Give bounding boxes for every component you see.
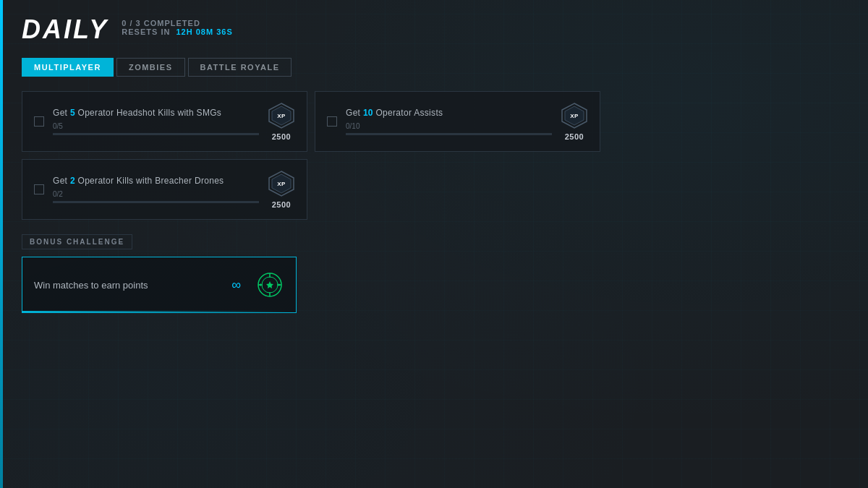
svg-marker-13 xyxy=(259,283,261,286)
svg-marker-12 xyxy=(266,281,273,288)
header: DAILY 0 / 3 COMPLETED RESETS IN 12h 08m … xyxy=(22,14,846,45)
challenge-checkbox-2[interactable] xyxy=(327,116,337,127)
challenge-card-3: Get 2 Operator Kills with Breacher Drone… xyxy=(22,159,307,220)
svg-marker-14 xyxy=(278,283,281,286)
tab-multiplayer[interactable]: MULTIPLAYER xyxy=(22,58,114,77)
challenge-title-1: Get 5 Operator Headshot Kills with SMGs xyxy=(53,108,259,118)
xp-badge-label-1: XP xyxy=(277,113,286,119)
challenge-progress-text-2: 0/10 xyxy=(346,122,552,130)
challenge-content-2: Get 10 Operator Assists 0/10 xyxy=(346,108,552,135)
challenge-content-3: Get 2 Operator Kills with Breacher Drone… xyxy=(53,176,259,203)
tab-battle-royale[interactable]: BATTLE ROYALE xyxy=(188,58,292,77)
page-container: DAILY 0 / 3 COMPLETED RESETS IN 12h 08m … xyxy=(0,0,868,488)
reward-amount-3: 2500 xyxy=(272,200,291,209)
challenge-reward-3: XP 2500 xyxy=(268,170,295,209)
bonus-section: BONUS CHALLENGE Win matches to earn poin… xyxy=(22,234,846,313)
xp-badge-1: XP xyxy=(268,102,295,129)
challenge-reward-2: XP 2500 xyxy=(561,102,588,141)
challenge-card-1: Get 5 Operator Headshot Kills with SMGs … xyxy=(22,91,307,152)
resets-label: RESETS IN xyxy=(122,27,170,36)
infinity-icon: ∞ xyxy=(231,278,241,293)
bonus-title: Win matches to earn points xyxy=(34,280,223,291)
challenge-progress-text-1: 0/5 xyxy=(53,122,259,130)
bonus-card: Win matches to earn points ∞ xyxy=(22,257,297,313)
xp-badge-3: XP xyxy=(268,170,295,197)
challenge-progress-bar-2 xyxy=(346,133,552,135)
challenge-progress-text-3: 0/2 xyxy=(53,190,259,198)
challenges-grid: Get 5 Operator Headshot Kills with SMGs … xyxy=(22,91,600,220)
challenge-title-2: Get 10 Operator Assists xyxy=(346,108,552,118)
challenge-highlight-1: 5 xyxy=(70,108,75,118)
reward-amount-2: 2500 xyxy=(565,132,584,141)
challenge-checkbox-3[interactable] xyxy=(34,184,44,194)
challenge-checkbox-1[interactable] xyxy=(34,116,44,127)
xp-badge-label-2: XP xyxy=(570,113,579,119)
completed-text: 0 / 3 COMPLETED xyxy=(122,19,232,27)
challenge-content-1: Get 5 Operator Headshot Kills with SMGs … xyxy=(53,108,259,135)
challenge-card-2: Get 10 Operator Assists 0/10 XP 2500 xyxy=(315,91,600,152)
page-title: DAILY xyxy=(22,14,109,45)
tabs-container: MULTIPLAYER ZOMBIES BATTLE ROYALE xyxy=(22,58,846,77)
xp-badge-label-3: XP xyxy=(277,181,286,187)
bonus-section-label: BONUS CHALLENGE xyxy=(22,234,132,249)
challenge-highlight-2: 10 xyxy=(363,108,373,118)
reward-amount-1: 2500 xyxy=(272,132,291,141)
challenge-highlight-3: 2 xyxy=(70,176,75,186)
medal-icon xyxy=(255,270,284,299)
xp-badge-2: XP xyxy=(561,102,588,129)
challenge-reward-1: XP 2500 xyxy=(268,102,295,141)
challenge-progress-bar-1 xyxy=(53,133,259,135)
resets-text: RESETS IN 12h 08m 36s xyxy=(122,27,232,36)
header-info: 0 / 3 COMPLETED RESETS IN 12h 08m 36s xyxy=(122,14,232,36)
resets-time: 12h 08m 36s xyxy=(176,27,232,36)
challenge-title-3: Get 2 Operator Kills with Breacher Drone… xyxy=(53,176,259,186)
challenge-progress-bar-3 xyxy=(53,201,259,203)
tab-zombies[interactable]: ZOMBIES xyxy=(116,58,185,77)
